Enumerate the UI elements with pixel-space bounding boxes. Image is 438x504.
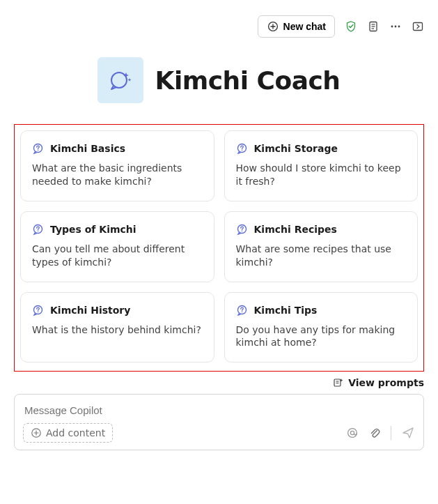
sparkle-list-icon [333, 377, 344, 388]
page-title: Kimchi Coach [155, 66, 340, 95]
mention-icon[interactable] [346, 427, 359, 439]
svg-point-7 [391, 26, 393, 28]
new-chat-label: New chat [283, 21, 326, 32]
svg-point-11 [111, 72, 127, 88]
prompt-card-title: Kimchi Basics [50, 143, 125, 154]
prompt-card[interactable]: Kimchi Tips Do you have any tips for mak… [224, 292, 419, 363]
top-toolbar: New chat [0, 0, 438, 38]
prompt-card-body: What are some recipes that use kimchi? [236, 243, 407, 269]
svg-point-8 [395, 26, 397, 28]
composer: Add content [14, 394, 424, 450]
add-content-label: Add content [46, 427, 105, 438]
prompt-card-body: What is the history behind kimchi? [32, 323, 203, 337]
svg-point-31 [350, 432, 354, 435]
prompt-card-title: Types of Kimchi [50, 224, 136, 235]
prompt-card-title: Kimchi Storage [254, 143, 338, 154]
prompt-cards-highlight: Kimchi Basics What are the basic ingredi… [14, 124, 424, 372]
plus-circle-icon [31, 427, 42, 438]
add-content-button[interactable]: Add content [23, 423, 113, 443]
prompt-card[interactable]: Types of Kimchi Can you tell me about di… [20, 211, 214, 282]
prompt-card-body: Can you tell me about different types of… [32, 243, 203, 269]
prompt-card-title: Kimchi Recipes [254, 224, 337, 235]
svg-rect-10 [414, 23, 423, 31]
attachment-icon[interactable] [368, 427, 381, 439]
prompt-card[interactable]: Kimchi History What is the history behin… [20, 292, 214, 363]
chat-sparkle-icon [107, 66, 134, 94]
chat-question-icon [236, 304, 249, 316]
view-prompts-link[interactable]: View prompts [0, 372, 438, 392]
prompt-card-title: Kimchi Tips [254, 305, 318, 316]
svg-point-15 [241, 149, 242, 151]
prompt-card[interactable]: Kimchi Recipes What are some recipes tha… [224, 211, 419, 282]
plus-circle-icon [267, 20, 279, 33]
prompt-card-body: What are the basic ingredients needed to… [32, 162, 203, 188]
prompt-cards-grid: Kimchi Basics What are the basic ingredi… [20, 130, 418, 362]
chat-question-icon [32, 142, 45, 155]
svg-point-21 [38, 311, 39, 312]
view-prompts-label: View prompts [348, 377, 424, 388]
svg-point-17 [38, 230, 39, 231]
message-input[interactable] [23, 402, 415, 423]
panel-toggle-icon[interactable] [412, 20, 424, 33]
chat-question-icon [236, 223, 249, 236]
shield-check-icon[interactable] [345, 20, 357, 33]
document-icon[interactable] [367, 20, 380, 33]
svg-point-19 [241, 230, 242, 231]
chat-question-icon [236, 142, 249, 155]
more-icon[interactable] [389, 20, 402, 33]
svg-point-30 [348, 429, 357, 438]
divider [391, 426, 391, 440]
new-chat-button[interactable]: New chat [258, 15, 335, 38]
composer-actions [346, 426, 415, 440]
chat-question-icon [32, 223, 45, 236]
svg-point-9 [398, 26, 400, 28]
agent-avatar [97, 57, 143, 103]
send-icon[interactable] [401, 426, 415, 440]
chat-question-icon [32, 304, 45, 316]
prompt-card-body: How should I store kimchi to keep it fre… [236, 162, 407, 188]
prompt-card[interactable]: Kimchi Storage How should I store kimchi… [224, 130, 419, 201]
svg-point-13 [38, 149, 39, 151]
prompt-card[interactable]: Kimchi Basics What are the basic ingredi… [20, 130, 214, 201]
prompt-card-title: Kimchi History [50, 305, 130, 316]
svg-point-23 [241, 311, 242, 312]
hero: Kimchi Coach [0, 57, 438, 103]
prompt-card-body: Do you have any tips for making kimchi a… [236, 323, 407, 350]
